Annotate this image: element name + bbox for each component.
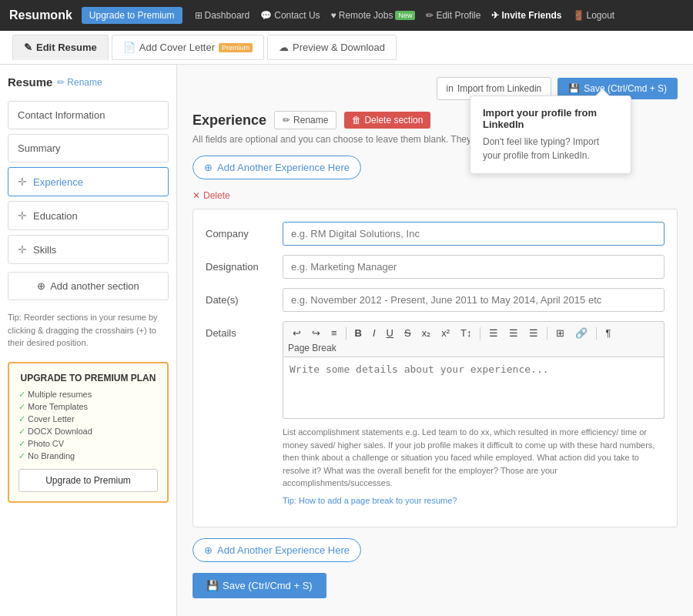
resume-title-row: Resume ✏ Rename — [8, 75, 169, 89]
tooltip-title: Import your profile from LinkedIn — [483, 107, 618, 130]
separator4 — [596, 327, 597, 340]
drag-handle-icon: ✛ — [18, 209, 27, 222]
nav-edit-profile[interactable]: ✏ Edit Profile — [426, 10, 480, 21]
company-label: Company — [206, 222, 283, 239]
delete-section-button[interactable]: 🗑 Delete section — [344, 112, 430, 129]
section-title: Experience — [192, 112, 266, 129]
toolbar-italic[interactable]: I — [368, 325, 380, 341]
add-section-button[interactable]: ⊕ Add another section — [8, 272, 169, 300]
rich-text-wrapper: ↩ ↪ ≡ B I U S x₂ x² T↕ ☰ ☰ ☰ — [283, 321, 665, 505]
save-button-bottom[interactable]: 💾 Save (Ctrl/Cmd + S) — [192, 573, 326, 598]
sidebar: Resume ✏ Rename Contact Information Summ… — [0, 65, 177, 616]
upgrade-to-premium-button[interactable]: Upgrade to Premium — [18, 469, 158, 492]
resume-title: Resume — [8, 75, 52, 89]
toolbar-underline[interactable]: U — [382, 325, 398, 341]
toolbar-undo[interactable]: ↩ — [288, 325, 306, 341]
upgrade-features-list: Multiple resumes More Templates Cover Le… — [18, 390, 158, 461]
upgrade-premium-button[interactable]: Upgrade to Premium — [82, 7, 182, 24]
tooltip-description: Don't feel like typing? Import your prof… — [483, 135, 618, 162]
pencil-icon: ✏ — [283, 115, 290, 126]
experience-form: Company Designation Date(s) Details ↩ ↪ — [192, 209, 678, 527]
company-row: Company — [206, 222, 665, 246]
details-textarea[interactable] — [283, 357, 665, 419]
toolbar-superscript[interactable]: x² — [437, 325, 454, 341]
main-content: in Import from Linkedin 💾 Save (Ctrl/Cmd… — [177, 65, 693, 616]
toolbar-font-size[interactable]: T↕ — [456, 325, 476, 341]
toolbar-strikethrough[interactable]: S — [400, 325, 416, 341]
drag-handle-icon: ✛ — [18, 243, 27, 256]
toolbar-redo[interactable]: ↪ — [307, 325, 325, 341]
sidebar-item-skills[interactable]: ✛ Skills — [8, 235, 169, 264]
drag-handle-icon: ✛ — [18, 176, 27, 188]
toolbar-link[interactable]: 🔗 — [571, 325, 592, 341]
sidebar-item-experience[interactable]: ✛ Experience — [8, 167, 169, 196]
sidebar-item-contact-info[interactable]: Contact Information — [8, 101, 169, 129]
feature-cover-letter: Cover Letter — [18, 414, 158, 424]
top-navigation: Resumonk Upgrade to Premium ⊞ Dashboard … — [0, 0, 693, 31]
page-break-label: Page Break — [288, 343, 336, 353]
upgrade-title: UPGRADE TO PREMIUM PLAN — [18, 373, 158, 383]
tab-add-cover-letter[interactable]: 📄 Add Cover Letter Premium — [112, 35, 264, 60]
brand-logo: Resumonk — [9, 8, 72, 22]
toolbar-page-break[interactable]: ¶ — [601, 325, 615, 341]
tab-preview-download[interactable]: ☁ Preview & Download — [267, 35, 397, 60]
feature-photo-cv: Photo CV — [18, 439, 158, 449]
toolbar-bold[interactable]: B — [350, 325, 367, 341]
upgrade-box: UPGRADE TO PREMIUM PLAN Multiple resumes… — [8, 362, 169, 503]
linkedin-tooltip-popup: Import your profile from LinkedIn Don't … — [470, 95, 631, 174]
designation-input[interactable] — [283, 255, 665, 279]
dates-row: Date(s) — [206, 288, 665, 312]
separator3 — [547, 327, 547, 340]
plus-circle-icon-bottom: ⊕ — [204, 544, 213, 556]
toolbar-indent[interactable]: ☰ — [524, 325, 543, 341]
plus-icon: ⊕ — [37, 280, 45, 292]
trash-icon: 🗑 — [352, 115, 361, 126]
separator — [346, 327, 346, 340]
designation-label: Designation — [206, 255, 283, 273]
edit-icon: ✎ — [24, 42, 32, 53]
toolbar-table[interactable]: ⊞ — [551, 325, 569, 341]
cloud-icon: ☁ — [279, 42, 289, 53]
new-badge: New — [395, 11, 415, 20]
nav-dashboard[interactable]: ⊞ Dashboard — [195, 10, 250, 21]
toolbar-align[interactable]: ≡ — [326, 325, 342, 341]
rich-toolbar: ↩ ↪ ≡ B I U S x₂ x² T↕ ☰ ☰ ☰ — [283, 321, 665, 357]
save-icon: 💾 — [568, 83, 580, 94]
save-icon-bottom: 💾 — [206, 580, 219, 591]
nav-remote-jobs[interactable]: ♥ Remote Jobs New — [331, 10, 416, 21]
sub-navigation: ✎ Edit Resume 📄 Add Cover Letter Premium… — [0, 31, 693, 65]
rename-resume-link[interactable]: ✏ Rename — [57, 77, 102, 88]
details-row: Details ↩ ↪ ≡ B I U S x₂ x² T↕ — [206, 321, 665, 505]
tab-edit-resume[interactable]: ✎ Edit Resume — [12, 35, 109, 60]
nav-contact-us[interactable]: 💬 Contact Us — [260, 10, 320, 21]
doc-icon: 📄 — [123, 42, 136, 53]
rename-section-button[interactable]: ✏ Rename — [274, 111, 336, 129]
add-experience-button-bottom[interactable]: ⊕ Add Another Experience Here — [192, 538, 361, 562]
premium-badge: Premium — [219, 43, 253, 52]
details-label: Details — [206, 321, 283, 339]
nav-links: ⊞ Dashboard 💬 Contact Us ♥ Remote Jobs N… — [195, 10, 615, 21]
reorder-tip: Tip: Reorder sections in your resume by … — [8, 311, 169, 350]
toolbar-subscript[interactable]: x₂ — [417, 325, 436, 341]
dates-input[interactable] — [283, 288, 665, 312]
linkedin-icon: in — [447, 83, 454, 94]
toolbar-list-ordered[interactable]: ☰ — [504, 325, 523, 341]
toolbar-list-unordered[interactable]: ☰ — [484, 325, 503, 341]
nav-invite-friends[interactable]: ✈ Invite Friends — [491, 10, 561, 21]
feature-docx-download: DOCX Download — [18, 427, 158, 437]
sidebar-item-education[interactable]: ✛ Education — [8, 201, 169, 230]
feature-no-branding: No Branding — [18, 451, 158, 461]
plus-circle-icon: ⊕ — [204, 162, 213, 173]
feature-more-templates: More Templates — [18, 402, 158, 412]
delete-entry-link[interactable]: ✕ Delete — [192, 190, 678, 201]
add-experience-button-top[interactable]: ⊕ Add Another Experience Here — [192, 156, 361, 179]
designation-row: Designation — [206, 255, 665, 279]
accomplishment-hint: List accomplishment statements e.g. Led … — [283, 426, 665, 490]
separator2 — [480, 327, 480, 340]
feature-multiple-resumes: Multiple resumes — [18, 390, 158, 400]
nav-logout[interactable]: 🚪 Logout — [573, 10, 615, 21]
sidebar-item-summary[interactable]: Summary — [8, 134, 169, 162]
company-input[interactable] — [283, 222, 665, 246]
dates-label: Date(s) — [206, 288, 283, 306]
page-break-tip-link[interactable]: Tip: How to add a page break to your res… — [283, 496, 665, 505]
